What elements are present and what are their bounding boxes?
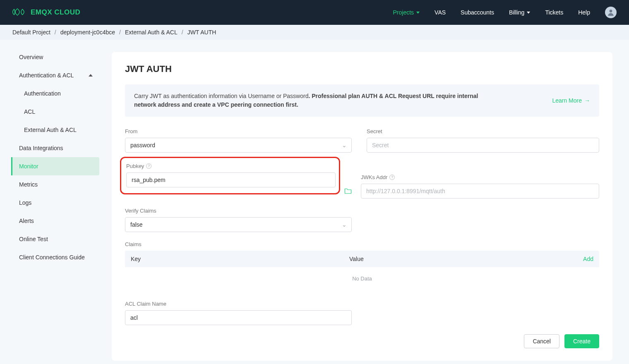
sidebar-item-acl[interactable]: ACL [12, 103, 99, 121]
claims-no-data: No Data [125, 267, 599, 290]
sidebar-item-online-test[interactable]: Online Test [12, 230, 99, 248]
verify-label: Verify Claims [125, 208, 358, 214]
sidebar-item-monitor[interactable]: Monitor [11, 157, 99, 175]
verify-select[interactable] [125, 217, 352, 232]
sidebar-item-auth[interactable]: Authentication & ACL [12, 66, 99, 84]
chevron-down-icon: ⌄ [342, 142, 347, 148]
nav-tickets[interactable]: Tickets [545, 9, 563, 16]
notice-banner: Carry JWT as authentication information … [125, 84, 599, 117]
sidebar: Overview Authentication & ACL Authentica… [0, 40, 99, 364]
claims-add-link[interactable]: Add [583, 256, 593, 262]
sidebar-item-metrics[interactable]: Metrics [12, 175, 99, 194]
acl-claim-input[interactable] [125, 310, 352, 325]
content-card: JWT AUTH Carry JWT as authentication inf… [112, 52, 612, 361]
from-select[interactable] [125, 138, 352, 153]
nav-projects[interactable]: Projects [393, 9, 420, 16]
help-icon[interactable]: ? [389, 175, 395, 180]
pubkey-input[interactable] [126, 172, 336, 187]
learn-more-link[interactable]: Learn More→ [552, 97, 590, 104]
pubkey-highlight: Pubkey ? [120, 157, 340, 194]
breadcrumb-deployment[interactable]: deployment-jc0c4bce [60, 29, 115, 36]
arrow-right-icon: → [584, 97, 590, 104]
help-icon[interactable]: ? [146, 163, 151, 169]
chevron-down-icon [527, 12, 530, 14]
logo-icon [12, 8, 26, 17]
from-label: From [125, 128, 358, 134]
svg-point-0 [610, 10, 612, 12]
sidebar-item-overview[interactable]: Overview [12, 48, 99, 66]
create-button[interactable]: Create [564, 334, 599, 348]
sidebar-item-alerts[interactable]: Alerts [12, 212, 99, 230]
page-title: JWT AUTH [125, 64, 599, 74]
sidebar-item-client-connections[interactable]: Client Connections Guide [12, 248, 99, 266]
top-nav: Projects VAS Subaccounts Billing Tickets… [393, 7, 617, 18]
acl-claim-label: ACL Claim Name [125, 301, 358, 307]
claims-label: Claims [125, 241, 599, 247]
avatar[interactable] [605, 7, 617, 18]
logo[interactable]: EMQX CLOUD [12, 8, 80, 17]
breadcrumb-jwt[interactable]: JWT AUTH [187, 29, 216, 36]
notice-text: Carry JWT as authentication information … [134, 92, 499, 109]
secret-label: Secret [367, 128, 599, 134]
chevron-up-icon [89, 74, 93, 77]
sidebar-item-external[interactable]: External Auth & ACL [12, 121, 99, 139]
sidebar-item-data-integrations[interactable]: Data Integrations [12, 139, 99, 157]
logo-text: EMQX CLOUD [31, 8, 80, 17]
breadcrumb: Default Project / deployment-jc0c4bce / … [0, 25, 629, 40]
claims-col-key: Key [131, 256, 349, 262]
chevron-down-icon: ⌄ [342, 221, 347, 228]
breadcrumb-project[interactable]: Default Project [12, 29, 50, 36]
jwks-input[interactable] [361, 184, 599, 199]
folder-icon[interactable] [344, 187, 352, 199]
secret-input[interactable] [367, 138, 599, 153]
nav-vas[interactable]: VAS [435, 9, 446, 16]
top-header: EMQX CLOUD Projects VAS Subaccounts Bill… [0, 0, 629, 25]
breadcrumb-extauth[interactable]: External Auth & ACL [125, 29, 178, 36]
sidebar-item-logs[interactable]: Logs [12, 194, 99, 212]
nav-billing[interactable]: Billing [509, 9, 530, 16]
claims-table-header: Key Value Add [125, 251, 599, 267]
nav-subaccounts[interactable]: Subaccounts [461, 9, 494, 16]
claims-col-value: Value [349, 256, 583, 262]
jwks-label: JWKs Addr ? [361, 174, 599, 180]
sidebar-item-authentication[interactable]: Authentication [12, 84, 99, 103]
nav-help[interactable]: Help [578, 9, 590, 16]
cancel-button[interactable]: Cancel [524, 334, 559, 348]
chevron-down-icon [416, 12, 420, 14]
pubkey-label: Pubkey ? [126, 163, 336, 169]
